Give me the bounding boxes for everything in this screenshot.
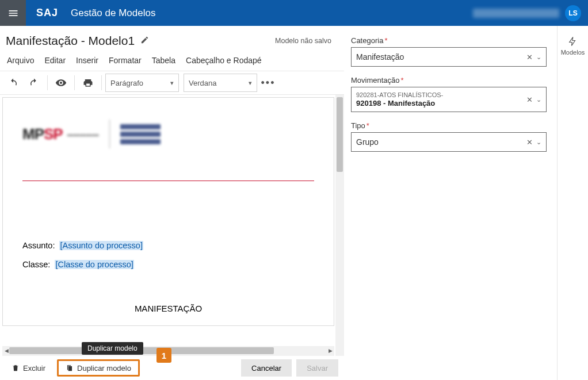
paragraph-style-value: Parágrafo <box>110 79 143 87</box>
lightning-icon <box>567 36 578 47</box>
menu-cabecalho[interactable]: Cabeçalho e Rodapé <box>186 56 262 65</box>
doc-assunto-label: Assunto: <box>22 241 55 250</box>
movimentacao-label: Movimentação <box>351 76 400 85</box>
redo-icon <box>29 78 39 88</box>
menu-formatar[interactable]: Formatar <box>109 56 142 65</box>
print-button[interactable] <box>78 73 98 93</box>
tipo-select[interactable]: Grupo ✕⌄ <box>351 132 547 152</box>
cancelar-button[interactable]: Cancelar <box>241 359 292 377</box>
menu-tabela[interactable]: Tabela <box>152 56 175 65</box>
categoria-select[interactable]: Manifestação ✕⌄ <box>351 47 547 67</box>
editor-pane: Manifestação - Modelo1 Modelo não salvo … <box>0 26 344 380</box>
menu-toggle-button[interactable] <box>0 0 26 26</box>
chevron-down-icon: ⌄ <box>536 53 541 61</box>
undo-button[interactable] <box>3 73 23 93</box>
salvar-button: Salvar <box>296 359 338 377</box>
clear-icon[interactable]: ✕ <box>526 53 533 62</box>
chevron-down-icon: ⌄ <box>536 139 541 146</box>
clear-icon[interactable]: ✕ <box>526 138 533 147</box>
document-canvas[interactable]: MPSP ▬▬▬▬▬ Assunto: [Assunto do processo… <box>0 95 335 346</box>
preview-button[interactable] <box>51 73 71 93</box>
doc-classe-variable[interactable]: [Classe do processo] <box>55 260 133 269</box>
document-page: MPSP ▬▬▬▬▬ Assunto: [Assunto do processo… <box>2 97 334 326</box>
hamburger-icon <box>7 7 19 19</box>
right-rail: Modelos <box>557 26 588 380</box>
excluir-label: Excluir <box>23 364 45 373</box>
paragraph-style-select[interactable]: Parágrafo ▾ <box>105 74 179 92</box>
doc-classe-label: Classe: <box>22 260 50 269</box>
doc-assunto-variable[interactable]: [Assunto do processo] <box>59 241 143 250</box>
menubar: Arquivo Editar Inserir Formatar Tabela C… <box>0 52 344 71</box>
brand-logo: SAJ <box>36 7 58 19</box>
properties-pane: Categoria* Manifestação ✕⌄ Movimentação*… <box>344 26 557 380</box>
undo-icon <box>8 78 18 88</box>
chevron-down-icon: ⌄ <box>536 96 541 103</box>
movimentacao-select[interactable]: 920281-ATOS FINALÍSTICOS- 920198 - Manif… <box>351 87 547 112</box>
duplicar-button[interactable]: Duplicar modelo <box>57 359 140 377</box>
vertical-scrollbar[interactable] <box>335 95 344 346</box>
ellipsis-icon: ••• <box>261 77 276 89</box>
redo-button[interactable] <box>24 73 44 93</box>
clear-icon[interactable]: ✕ <box>526 95 533 104</box>
duplicar-tooltip: Duplicar modelo <box>82 342 143 355</box>
app-title: Gestão de Modelos <box>71 7 155 19</box>
copy-icon <box>66 364 74 372</box>
eye-icon <box>55 77 67 89</box>
chevron-down-icon: ▾ <box>249 79 252 87</box>
chevron-down-icon: ▾ <box>170 79 174 87</box>
top-header: SAJ Gestão de Modelos LS <box>0 0 588 26</box>
pencil-icon <box>140 36 149 44</box>
rail-modelos-label: Modelos <box>561 49 585 56</box>
font-select[interactable]: Verdana ▾ <box>184 74 257 92</box>
doc-heading: MANIFESTAÇÃO <box>22 299 314 319</box>
menu-arquivo[interactable]: Arquivo <box>7 56 34 65</box>
document-header-logo: MPSP ▬▬▬▬▬ <box>22 120 314 148</box>
movimentacao-child: 920198 - Manifestação <box>356 99 443 108</box>
rail-modelos-button[interactable]: Modelos <box>561 36 585 56</box>
duplicar-label: Duplicar modelo <box>77 364 131 373</box>
menu-editar[interactable]: Editar <box>44 56 66 65</box>
save-status: Modelo não salvo <box>275 37 338 45</box>
print-icon <box>83 78 93 88</box>
movimentacao-parent: 920281-ATOS FINALÍSTICOS- <box>356 91 443 99</box>
categoria-label: Categoria <box>351 36 383 45</box>
excluir-button[interactable]: Excluir <box>6 359 51 377</box>
menu-inserir[interactable]: Inserir <box>76 56 98 65</box>
callout-badge-1: 1 <box>156 348 171 363</box>
tipo-label: Tipo <box>351 121 365 130</box>
bottom-action-bar: Duplicar modelo 1 Excluir Duplicar model… <box>0 356 344 380</box>
header-context-text <box>473 9 559 18</box>
page-title: Manifestação - Modelo1 <box>6 34 135 48</box>
avatar[interactable]: LS <box>565 5 581 21</box>
scroll-right-icon[interactable]: ▶ <box>326 346 334 355</box>
trash-icon <box>12 364 20 372</box>
categoria-value: Manifestação <box>356 52 404 62</box>
font-value: Verdana <box>189 79 216 87</box>
tipo-value: Grupo <box>356 137 379 147</box>
toolbar: Parágrafo ▾ Verdana ▾ ••• <box>0 71 344 95</box>
edit-title-button[interactable] <box>140 36 149 46</box>
more-tools-button[interactable]: ••• <box>258 73 278 93</box>
